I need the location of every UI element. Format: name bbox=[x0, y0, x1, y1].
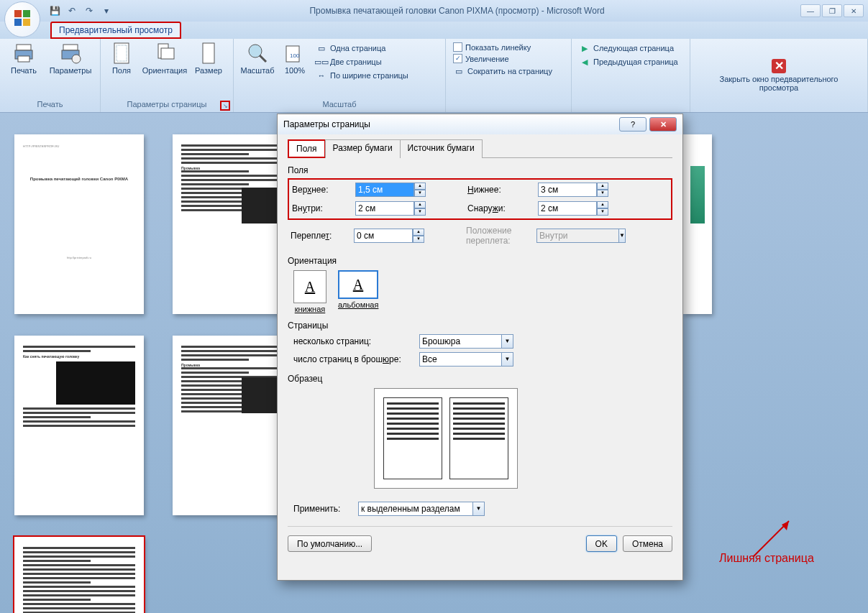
page-setup-launcher-icon[interactable]: ↘ bbox=[220, 101, 230, 111]
page-setup-dialog: Параметры страницы ? ✕ Поля Размер бумаг… bbox=[277, 114, 683, 581]
page-thumbnail[interactable] bbox=[683, 134, 712, 314]
svg-rect-3 bbox=[23, 19, 30, 26]
tab-paper-source[interactable]: Источник бумаги bbox=[400, 139, 483, 158]
gutter-pos-label: Положение переплета: bbox=[466, 226, 531, 246]
print-options-label: Параметры bbox=[50, 66, 92, 75]
page-width-button[interactable]: ↔По ширине страницы bbox=[314, 69, 431, 82]
window-controls: — ❐ ✕ bbox=[800, 4, 864, 17]
ribbon-tab-strip: Предварительный просмотр bbox=[0, 22, 868, 39]
margins-label: Поля bbox=[112, 66, 131, 75]
margins-inputs: Верхнее: ▲▼ Нижнее: ▲▼ Внутри: ▲▼ Снаруж… bbox=[288, 178, 672, 220]
zoom-100-label: 100% bbox=[285, 66, 305, 75]
zoom-label: Масштаб bbox=[240, 66, 274, 75]
default-button[interactable]: По умолчанию... bbox=[288, 535, 372, 552]
svg-marker-20 bbox=[782, 521, 789, 530]
gutter-pos-select: ▼ bbox=[536, 229, 616, 243]
margin-preview bbox=[374, 388, 518, 489]
svg-rect-2 bbox=[14, 19, 22, 26]
window-close-button[interactable]: ✕ bbox=[844, 4, 864, 17]
group-print-label: Печать bbox=[3, 99, 97, 111]
apply-to-select[interactable]: ▼ bbox=[358, 502, 485, 516]
svg-rect-4 bbox=[17, 45, 31, 50]
checkbox-icon bbox=[453, 42, 462, 52]
apply-to-label: Применить: bbox=[293, 504, 351, 514]
close-preview-button[interactable]: ✕ Закрыть окно предварительного просмотр… bbox=[714, 57, 844, 93]
office-button[interactable] bbox=[4, 1, 40, 37]
next-page-button[interactable]: ▶Следующая страница bbox=[577, 42, 680, 55]
multi-pages-label: несколько страниц: bbox=[293, 336, 412, 346]
office-logo-icon bbox=[13, 9, 32, 31]
svg-rect-1 bbox=[23, 10, 30, 17]
svg-line-16 bbox=[260, 55, 266, 62]
tab-print-preview[interactable]: Предварительный просмотр bbox=[50, 22, 181, 39]
multi-pages-select[interactable]: ▼ bbox=[419, 334, 513, 349]
top-margin-input[interactable]: ▲▼ bbox=[355, 183, 434, 197]
svg-rect-13 bbox=[161, 48, 174, 59]
svg-rect-6 bbox=[18, 56, 29, 62]
svg-rect-14 bbox=[203, 43, 214, 63]
tab-paper-size[interactable]: Размер бумаги bbox=[325, 139, 401, 158]
group-zoom-label: Масштаб bbox=[237, 99, 442, 111]
cancel-button[interactable]: Отмена bbox=[623, 535, 672, 552]
sheets-per-booklet-select[interactable]: ▼ bbox=[419, 352, 513, 367]
one-page-button[interactable]: ▭Одна страница bbox=[314, 42, 431, 55]
top-margin-label: Верхнее: bbox=[292, 185, 350, 195]
sheets-per-booklet-label: число страниц в брошюре: bbox=[293, 354, 412, 364]
prev-page-button[interactable]: ◀Предыдущая страница bbox=[577, 55, 680, 68]
dialog-tabs: Поля Размер бумаги Источник бумаги bbox=[288, 139, 672, 158]
orientation-button[interactable]: Ориентация bbox=[140, 40, 190, 76]
close-preview-label: Закрыть окно предварительного просмотра bbox=[716, 75, 842, 92]
size-button[interactable]: Размер bbox=[190, 40, 227, 76]
qat-save-icon[interactable]: 💾 bbox=[47, 4, 62, 18]
prev-page-icon: ◀ bbox=[579, 56, 590, 68]
gutter-label: Переплет: bbox=[291, 231, 348, 241]
svg-point-9 bbox=[72, 55, 81, 63]
show-ruler-checkbox[interactable]: Показать линейку bbox=[452, 42, 554, 52]
dialog-close-button[interactable]: ✕ bbox=[649, 117, 677, 132]
page-thumbnail-extra[interactable] bbox=[14, 537, 144, 613]
title-bar: 💾 ↶ ↷ ▾ Промывка печатающей головки Cano… bbox=[0, 0, 868, 22]
inside-margin-label: Внутри: bbox=[292, 203, 350, 213]
window-minimize-button[interactable]: — bbox=[800, 4, 821, 17]
group-preview-label bbox=[449, 99, 568, 111]
print-button[interactable]: Печать bbox=[3, 40, 45, 76]
orientation-landscape[interactable]: A альбомная bbox=[338, 270, 378, 313]
svg-rect-7 bbox=[63, 45, 78, 50]
shrink-one-page-button[interactable]: ▭Сократить на страницу bbox=[452, 65, 554, 78]
dialog-title-bar[interactable]: Параметры страницы ? ✕ bbox=[278, 114, 682, 134]
qat-undo-icon[interactable]: ↶ bbox=[65, 4, 79, 18]
window-maximize-button[interactable]: ❐ bbox=[822, 4, 842, 17]
two-pages-button[interactable]: ▭▭Две страницы bbox=[314, 55, 431, 68]
inside-margin-input[interactable]: ▲▼ bbox=[355, 201, 434, 216]
zoom-button[interactable]: Масштаб bbox=[237, 40, 278, 76]
page-icon: ▭ bbox=[316, 42, 327, 54]
qat-redo-icon[interactable]: ↷ bbox=[82, 4, 96, 18]
pages-icon: ▭▭ bbox=[316, 56, 327, 68]
chevron-down-icon[interactable]: ▼ bbox=[502, 352, 513, 367]
chevron-down-icon[interactable]: ▼ bbox=[473, 502, 485, 516]
print-options-button[interactable]: Параметры bbox=[45, 40, 96, 76]
orientation-portrait[interactable]: A книжная bbox=[293, 270, 326, 313]
ok-button[interactable]: OK bbox=[586, 535, 617, 552]
magnifier-checkbox[interactable]: ✓Увеличение bbox=[452, 53, 554, 64]
dialog-title: Параметры страницы bbox=[283, 119, 616, 129]
qat-customize-icon[interactable]: ▾ bbox=[99, 4, 114, 18]
page-thumbnail[interactable]: http://printerprofi.ru Промывка печатающ… bbox=[14, 134, 144, 314]
close-icon: ✕ bbox=[772, 59, 786, 73]
page-thumbnail[interactable]: Как снять печатающую головку bbox=[14, 336, 144, 515]
section-margins-label: Поля bbox=[288, 165, 672, 175]
zoom-100-button[interactable]: 100 100% bbox=[278, 40, 311, 76]
section-orientation-label: Ориентация bbox=[288, 256, 672, 266]
bottom-margin-input[interactable]: ▲▼ bbox=[538, 183, 617, 197]
chevron-down-icon[interactable]: ▼ bbox=[502, 334, 513, 349]
outside-margin-input[interactable]: ▲▼ bbox=[538, 201, 617, 216]
dialog-help-button[interactable]: ? bbox=[619, 117, 647, 132]
margins-button[interactable]: Поля bbox=[104, 40, 140, 76]
outside-margin-label: Снаружи: bbox=[467, 203, 532, 213]
group-page-setup-label: Параметры страницы ↘ bbox=[104, 99, 230, 111]
size-label: Размер bbox=[195, 66, 222, 75]
tab-margins[interactable]: Поля bbox=[288, 139, 326, 158]
shrink-icon: ▭ bbox=[453, 65, 465, 77]
gutter-input[interactable]: ▲▼ bbox=[354, 229, 433, 243]
window-title: Промывка печатающей головки Canon PIXMA … bbox=[114, 6, 800, 16]
